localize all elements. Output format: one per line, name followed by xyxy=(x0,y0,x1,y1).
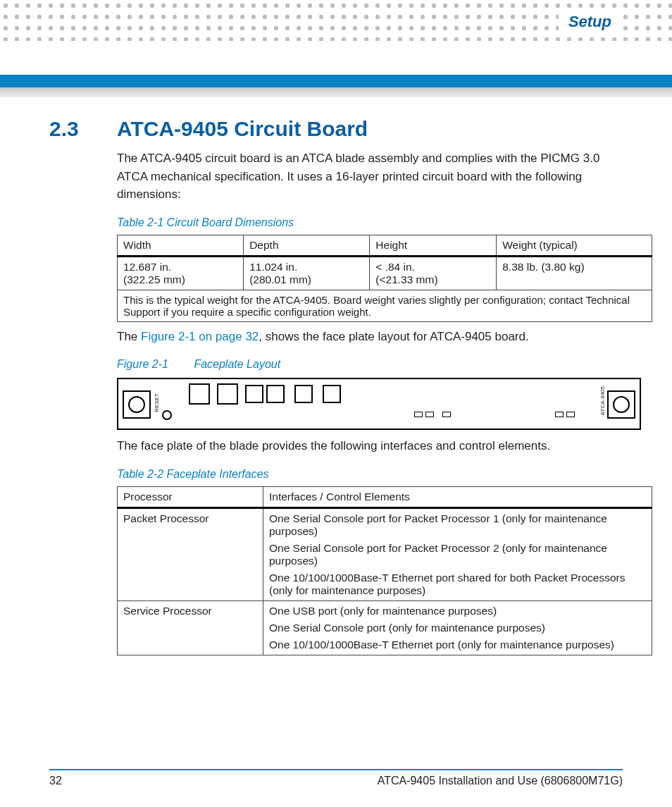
figure-caption: Figure 2-1 Faceplate Layout xyxy=(117,358,623,371)
figure-lead-post: , shows the face plate layout for ATCA-9… xyxy=(259,330,528,343)
col-weight: Weight (typical) xyxy=(497,235,652,256)
proc-cell: Packet Processor xyxy=(118,507,263,600)
horizontal-rule-blue xyxy=(0,75,672,87)
table-row: Packet Processor One Serial Console port… xyxy=(118,507,652,600)
interface-item: One 10/100/1000Base-T Ethernet port (onl… xyxy=(269,639,646,651)
ejector-handle-left-icon xyxy=(123,390,151,419)
port-icon xyxy=(294,385,313,403)
col-interfaces: Interfaces / Control Elements xyxy=(263,486,652,507)
interfaces-table: Processor Interfaces / Control Elements … xyxy=(117,486,652,655)
port-icon xyxy=(266,385,285,403)
height-mm: (<21.33 mm) xyxy=(375,273,490,286)
horizontal-rule-grey xyxy=(0,87,672,97)
table-2-caption: Table 2-2 Faceplate Interfaces xyxy=(117,468,623,481)
section-title: ATCA-9405 Circuit Board xyxy=(117,117,368,141)
figure-caption-title: Faceplate Layout xyxy=(194,358,280,370)
section-heading: 2.3 ATCA-9405 Circuit Board xyxy=(49,117,623,141)
col-depth: Depth xyxy=(244,235,370,256)
col-width: Width xyxy=(118,235,244,256)
port-icon xyxy=(189,383,210,405)
interfaces-cell: One Serial Console port for Packet Proce… xyxy=(263,507,652,600)
width-mm: (322.25 mm) xyxy=(123,273,237,286)
interface-item: One 10/100/1000Base-T Ethernet port shar… xyxy=(269,572,646,597)
width-in: 12.687 in. xyxy=(123,261,237,273)
interface-item: One USB port (only for maintenance purpo… xyxy=(269,605,646,617)
led-icon xyxy=(555,412,564,417)
doc-title: ATCA-9405 Installation and Use (6806800M… xyxy=(378,775,623,787)
page-footer: 32 ATCA-9405 Installation and Use (68068… xyxy=(49,769,623,787)
board-label: ATCA-9405 xyxy=(599,386,606,415)
header-dots: Setup xyxy=(0,0,672,41)
figure-caption-label: Figure 2-1 xyxy=(117,358,168,370)
port-icon xyxy=(217,383,238,405)
led-icon xyxy=(425,412,434,417)
depth-in: 11.024 in. xyxy=(249,261,363,273)
table-note-row: This is the typical weight for the ATCA-… xyxy=(118,290,652,321)
interface-item: One Serial Console port for Packet Proce… xyxy=(269,542,646,567)
chapter-label: Setup xyxy=(559,10,621,34)
interface-item: One Serial Console port (only for mainte… xyxy=(269,622,646,634)
port-icon xyxy=(323,385,341,403)
figure-lead: The Figure 2-1 on page 32, shows the fac… xyxy=(117,328,623,346)
interface-item: One Serial Console port for Packet Proce… xyxy=(269,512,646,538)
reset-label: RESET xyxy=(154,393,160,412)
mid-paragraph: The face plate of the blade provides the… xyxy=(117,437,623,455)
table-note: This is the typical weight for the ATCA-… xyxy=(118,290,652,321)
weight-cell: 8.38 lb. (3.80 kg) xyxy=(497,256,652,290)
col-height: Height xyxy=(370,235,497,256)
page-number: 32 xyxy=(49,775,62,787)
led-icon xyxy=(566,412,575,417)
intro-paragraph: The ATCA-9405 circuit board is an ATCA b… xyxy=(117,149,623,204)
table-row: Service Processor One USB port (only for… xyxy=(118,600,652,655)
proc-cell: Service Processor xyxy=(118,600,263,655)
interfaces-cell: One USB port (only for maintenance purpo… xyxy=(263,600,652,655)
table-row: 12.687 in. (322.25 mm) 11.024 in. (280.0… xyxy=(118,256,652,290)
dimensions-table: Width Depth Height Weight (typical) 12.6… xyxy=(117,235,652,322)
reset-button-icon xyxy=(162,410,172,420)
figure-lead-pre: The xyxy=(117,330,141,343)
table-1-caption: Table 2-1 Circuit Board Dimensions xyxy=(117,216,623,229)
port-icon xyxy=(245,385,263,403)
height-in: < .84 in. xyxy=(375,261,490,273)
faceplate-diagram: RESET ATCA-9405 xyxy=(117,378,641,430)
col-processor: Processor xyxy=(118,486,263,507)
ejector-handle-right-icon xyxy=(607,390,635,419)
led-icon xyxy=(442,412,451,417)
figure-xref-link[interactable]: Figure 2-1 on page 32 xyxy=(141,330,259,343)
led-icon xyxy=(414,412,423,417)
depth-mm: (280.01 mm) xyxy=(249,273,363,286)
section-number: 2.3 xyxy=(49,117,83,141)
